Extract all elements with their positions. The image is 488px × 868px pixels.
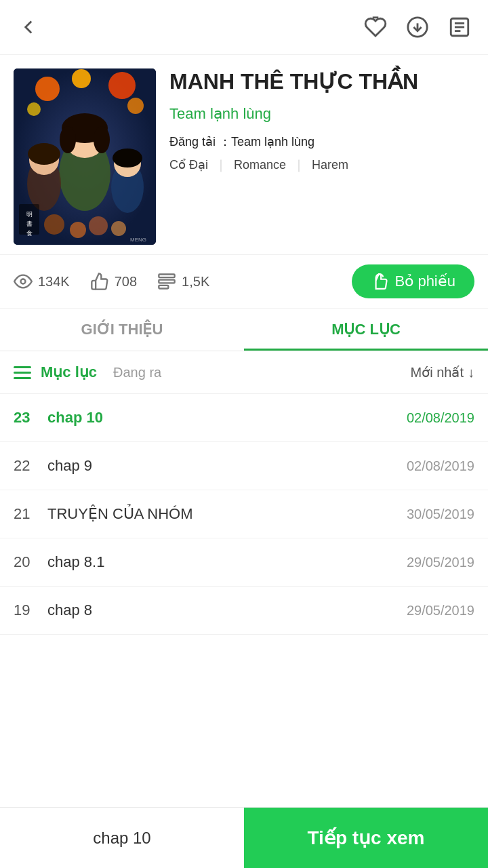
- svg-rect-37: [159, 280, 174, 283]
- eye-icon: [14, 272, 33, 291]
- svg-point-9: [35, 77, 60, 101]
- svg-point-24: [113, 149, 142, 167]
- svg-point-35: [21, 279, 26, 284]
- svg-rect-36: [159, 275, 174, 278]
- chapter-num: 22: [14, 457, 47, 475]
- tag-sep-1: ｜: [215, 157, 227, 173]
- chapter-name: chap 8: [47, 601, 407, 619]
- view-count: 134K: [14, 272, 70, 291]
- like-count-value: 708: [115, 274, 137, 290]
- book-meta: MANH THÊ THỰC THẦN Team lạnh lùng Đăng t…: [169, 68, 474, 245]
- tag-harem[interactable]: Harem: [312, 158, 348, 172]
- sort-direction-icon: ↓: [468, 365, 474, 380]
- chapter-name: TRUYỆN CỦA NHÓM: [47, 505, 407, 523]
- chapters-icon: [157, 272, 176, 291]
- bottom-bar: chap 10 Tiếp tục xem: [0, 807, 488, 868]
- continue-reading-button[interactable]: Tiếp tục xem: [244, 808, 488, 868]
- stats-row: 134K 708 1,5K Bỏ phiếu: [0, 254, 488, 309]
- svg-rect-38: [159, 285, 168, 289]
- svg-point-27: [89, 216, 108, 235]
- svg-point-25: [44, 214, 64, 235]
- chapter-item[interactable]: 19 chap 8 29/05/2019: [0, 587, 488, 635]
- chapter-name: chap 8.1: [47, 553, 407, 571]
- back-button[interactable]: [14, 12, 43, 42]
- favorite-button[interactable]: [361, 12, 390, 42]
- svg-point-26: [70, 222, 86, 238]
- svg-point-11: [108, 72, 136, 99]
- tag-sep-2: ｜: [293, 157, 305, 173]
- header: [0, 0, 488, 55]
- tag-romance[interactable]: Romance: [234, 158, 286, 172]
- vote-button[interactable]: Bỏ phiếu: [352, 264, 474, 298]
- tab-intro-label: GIỚI THIỆU: [81, 321, 163, 338]
- vote-icon: [371, 273, 388, 290]
- tabs: GIỚI THIỆU MỤC LỤC: [0, 309, 488, 351]
- chapter-count-value: 1,5K: [182, 274, 209, 290]
- chapter-date: 02/08/2019: [407, 410, 474, 426]
- chapter-num: 21: [14, 505, 47, 523]
- chapter-list-label[interactable]: Mục lục: [41, 363, 97, 381]
- chapter-date: 30/05/2019: [407, 507, 474, 522]
- svg-text:MENG: MENG: [130, 237, 146, 243]
- tab-toc[interactable]: MỤC LỤC: [244, 309, 488, 351]
- view-count-value: 134K: [38, 274, 70, 290]
- chapter-date: 29/05/2019: [407, 555, 474, 570]
- chapter-item[interactable]: 21 TRUYỆN CỦA NHÓM 30/05/2019: [0, 490, 488, 538]
- book-title: MANH THÊ THỰC THẦN: [169, 68, 474, 94]
- tab-toc-label: MỤC LỤC: [331, 321, 401, 338]
- svg-point-12: [27, 102, 41, 116]
- vote-label: Bỏ phiếu: [395, 273, 455, 290]
- chapter-status-label: Đang ra: [113, 365, 161, 380]
- hamburger-icon: [14, 366, 31, 379]
- thumbs-up-icon: [90, 272, 109, 291]
- svg-point-28: [111, 221, 126, 236]
- tab-intro[interactable]: GIỚI THIỆU: [0, 309, 244, 351]
- chapter-date: 29/05/2019: [407, 603, 474, 618]
- book-info: 明 書 食 MENG 01 MANH THÊ THỰC THẦN Team lạ…: [0, 55, 488, 254]
- chapter-sort[interactable]: Mới nhất ↓: [411, 364, 474, 380]
- chapter-sort-label: Mới nhất: [411, 364, 464, 380]
- header-actions: [361, 12, 474, 42]
- edit-button[interactable]: [445, 12, 474, 42]
- chapter-item[interactable]: 22 chap 9 02/08/2019: [0, 442, 488, 490]
- svg-point-17: [60, 126, 76, 153]
- chapter-date: 02/08/2019: [407, 458, 474, 474]
- tag-co-dai[interactable]: Cổ Đại: [169, 157, 208, 172]
- book-cover: 明 書 食 MENG 01: [14, 68, 156, 245]
- chapter-item[interactable]: 20 chap 8.1 29/05/2019: [0, 538, 488, 587]
- uploader-label: Đăng tải ：: [169, 135, 231, 149]
- svg-text:書: 書: [26, 220, 33, 227]
- download-button[interactable]: [403, 12, 432, 42]
- book-uploader-row: Đăng tải ：Team lạnh lùng: [169, 134, 474, 150]
- svg-point-21: [28, 143, 60, 165]
- chapter-list: 23 chap 10 02/08/2019 22 chap 9 02/08/20…: [0, 394, 488, 635]
- book-author[interactable]: Team lạnh lùng: [169, 105, 474, 123]
- svg-point-10: [72, 69, 91, 88]
- chapter-name: chap 10: [47, 409, 407, 427]
- svg-point-13: [127, 98, 144, 114]
- svg-text:食: 食: [26, 230, 33, 237]
- chapter-list-header: Mục lục Đang ra Mới nhất ↓: [0, 351, 488, 394]
- like-count: 708: [90, 272, 137, 291]
- chapter-item[interactable]: 23 chap 10 02/08/2019: [0, 394, 488, 442]
- chapter-count: 1,5K: [157, 272, 209, 291]
- chapter-num: 19: [14, 601, 47, 619]
- chapter-filter-left: Mục lục Đang ra: [14, 363, 161, 381]
- chapter-num: 20: [14, 553, 47, 571]
- current-chapter-label: chap 10: [0, 808, 244, 868]
- svg-point-18: [94, 126, 110, 153]
- chapter-num: 23: [14, 409, 47, 427]
- svg-text:01: 01: [132, 244, 138, 245]
- uploader-value: Team lạnh lùng: [231, 135, 314, 149]
- book-tags: Cổ Đại ｜ Romance ｜ Harem: [169, 157, 474, 173]
- chapter-name: chap 9: [47, 457, 407, 475]
- svg-text:明: 明: [26, 211, 33, 218]
